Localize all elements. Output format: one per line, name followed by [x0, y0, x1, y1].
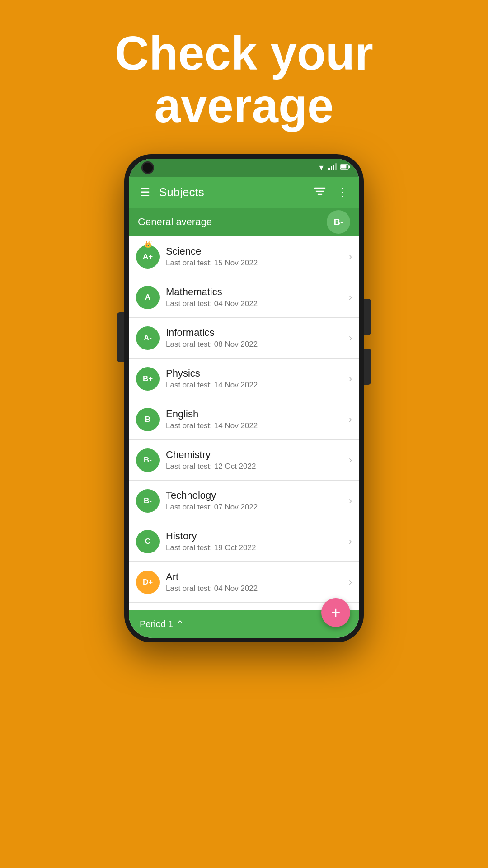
camera-hole	[141, 161, 154, 174]
grade-text: B	[145, 415, 150, 424]
svg-rect-0	[328, 168, 330, 170]
period-label[interactable]: Period 1 ⌃	[140, 618, 184, 629]
power-button	[364, 299, 371, 335]
grade-circle: A-	[136, 326, 160, 350]
add-button[interactable]: +	[321, 598, 350, 627]
subject-info: InformaticsLast oral test: 08 Nov 2022	[160, 327, 349, 349]
volume-button	[117, 312, 124, 362]
chevron-right-icon: ›	[349, 495, 352, 507]
svg-rect-3	[335, 163, 337, 170]
list-item[interactable]: CHistoryLast oral test: 19 Oct 2022›	[129, 521, 359, 562]
grade-text: A-	[144, 334, 152, 343]
app-bar: ☰ Subjects ⋮	[129, 177, 359, 208]
subject-date: Last oral test: 12 Oct 2022	[166, 462, 343, 471]
grade-circle: A	[136, 286, 160, 309]
phone-screen: ▼	[129, 159, 359, 638]
subject-date: Last oral test: 04 Nov 2022	[166, 299, 343, 308]
subject-date: Last oral test: 14 Nov 2022	[166, 381, 343, 390]
subject-info: ScienceLast oral test: 15 Nov 2022	[160, 245, 349, 268]
subject-list: 👑A+ScienceLast oral test: 15 Nov 2022›AM…	[129, 236, 359, 610]
grade-text: D+	[143, 578, 153, 587]
subject-info: MathematicsLast oral test: 04 Nov 2022	[160, 286, 349, 308]
subject-name: Physics	[166, 368, 343, 379]
status-bar: ▼	[129, 159, 359, 177]
grade-text: C	[145, 537, 150, 546]
battery-icon	[340, 164, 350, 172]
list-item[interactable]: AMathematicsLast oral test: 04 Nov 2022›	[129, 277, 359, 318]
subject-info: EnglishLast oral test: 14 Nov 2022	[160, 408, 349, 430]
list-item[interactable]: B+PhysicsLast oral test: 14 Nov 2022›	[129, 359, 359, 399]
subject-name: Art	[166, 571, 343, 583]
svg-rect-2	[333, 165, 334, 170]
subject-info: HistoryLast oral test: 19 Oct 2022	[160, 530, 349, 552]
subject-date: Last oral test: 19 Oct 2022	[166, 543, 343, 552]
subject-info: ChemistryLast oral test: 12 Oct 2022	[160, 449, 349, 471]
grade-circle: C	[136, 530, 160, 553]
subject-info: ArtLast oral test: 04 Nov 2022	[160, 571, 349, 593]
grade-circle: D+	[136, 571, 160, 594]
grade-circle: B-	[136, 448, 160, 472]
grade-text: A	[145, 293, 150, 302]
volume-down-button	[364, 349, 371, 385]
grade-text: A+	[143, 252, 153, 261]
list-item[interactable]: B-ChemistryLast oral test: 12 Oct 2022›	[129, 440, 359, 481]
grade-circle: B+	[136, 367, 160, 391]
svg-rect-6	[341, 165, 347, 169]
grade-circle: B	[136, 408, 160, 431]
chevron-right-icon: ›	[349, 251, 352, 263]
phone-shell: ▼	[124, 154, 364, 642]
bottom-bar: Period 1 ⌃ +	[129, 610, 359, 638]
menu-icon[interactable]: ☰	[138, 184, 152, 201]
chevron-right-icon: ›	[349, 414, 352, 425]
svg-rect-1	[331, 166, 332, 170]
app-title: Subjects	[159, 185, 305, 199]
list-item[interactable]: B-TechnologyLast oral test: 07 Nov 2022›	[129, 481, 359, 521]
subject-info: PhysicsLast oral test: 14 Nov 2022	[160, 368, 349, 390]
grade-text: B-	[144, 496, 152, 505]
list-item[interactable]: A-InformaticsLast oral test: 08 Nov 2022…	[129, 318, 359, 359]
signal-icon	[328, 163, 337, 172]
grade-text: B-	[144, 456, 152, 465]
svg-rect-5	[349, 166, 350, 168]
subject-name: History	[166, 530, 343, 542]
subject-name: Informatics	[166, 327, 343, 339]
crown-icon: 👑	[144, 241, 152, 248]
subject-name: Science	[166, 245, 343, 257]
subject-date: Last oral test: 04 Nov 2022	[166, 584, 343, 593]
chevron-right-icon: ›	[349, 576, 352, 588]
list-item[interactable]: BEnglishLast oral test: 14 Nov 2022›	[129, 399, 359, 440]
subject-name: Mathematics	[166, 286, 343, 298]
list-item[interactable]: 👑A+ScienceLast oral test: 15 Nov 2022›	[129, 236, 359, 277]
subject-date: Last oral test: 14 Nov 2022	[166, 421, 343, 430]
hero-text: Check your average	[0, 27, 488, 132]
chevron-right-icon: ›	[349, 332, 352, 344]
subject-date: Last oral test: 08 Nov 2022	[166, 340, 343, 349]
more-icon[interactable]: ⋮	[335, 184, 350, 201]
subject-name: Chemistry	[166, 449, 343, 461]
avg-badge: B-	[327, 210, 350, 234]
subject-date: Last oral test: 07 Nov 2022	[166, 503, 343, 512]
avg-label: General average	[138, 216, 212, 228]
subject-info: TechnologyLast oral test: 07 Nov 2022	[160, 490, 349, 512]
subject-name: Technology	[166, 490, 343, 501]
hero-section: Check your average	[0, 0, 488, 154]
avg-bar: General average B-	[129, 208, 359, 236]
subject-name: English	[166, 408, 343, 420]
grade-circle: 👑A+	[136, 245, 160, 269]
filter-icon[interactable]	[312, 184, 328, 201]
wifi-icon: ▼	[318, 164, 325, 172]
status-icons: ▼	[318, 163, 350, 172]
chevron-right-icon: ›	[349, 454, 352, 466]
chevron-right-icon: ›	[349, 536, 352, 547]
grade-circle: B-	[136, 489, 160, 513]
grade-text: B+	[143, 374, 153, 383]
subject-date: Last oral test: 15 Nov 2022	[166, 259, 343, 268]
chevron-right-icon: ›	[349, 373, 352, 385]
chevron-right-icon: ›	[349, 292, 352, 303]
list-item[interactable]: D+ArtLast oral test: 04 Nov 2022›	[129, 562, 359, 603]
